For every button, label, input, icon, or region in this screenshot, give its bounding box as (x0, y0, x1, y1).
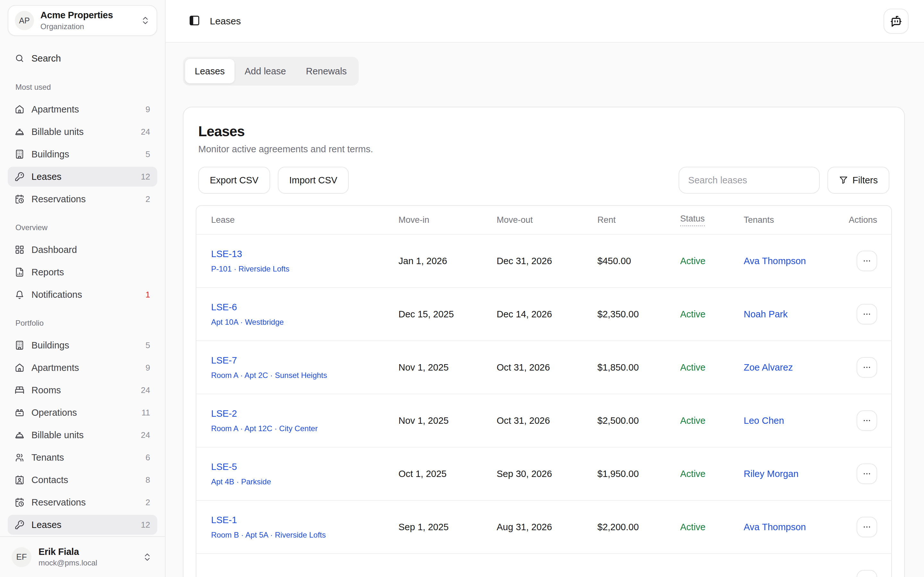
row-actions-button[interactable] (857, 304, 877, 324)
search-leases-input[interactable] (678, 167, 820, 193)
export-csv-button[interactable]: Export CSV (198, 167, 270, 193)
sidebar-item-buildings[interactable]: Buildings5 (8, 144, 157, 164)
bed-icon (15, 385, 24, 395)
sidebar-item-contacts[interactable]: Contacts8 (8, 470, 157, 490)
sidebar-item-leases[interactable]: Leases12 (8, 167, 157, 187)
users-icon (15, 453, 24, 462)
lease-id-link[interactable]: LSE-13 (211, 249, 242, 259)
sidebar-item-rooms[interactable]: Rooms24 (8, 380, 157, 400)
sidebar-item-tenants[interactable]: Tenants6 (8, 448, 157, 467)
sidebar-item-billable-units[interactable]: Billable units24 (8, 425, 157, 445)
cell-tenant[interactable]: Ava Thompson (744, 522, 846, 532)
building-icon (15, 340, 24, 350)
contact-icon (15, 475, 24, 485)
calendar-clock-icon (15, 194, 24, 204)
cell-actions (846, 357, 891, 378)
sidebar: AP Acme Properties Organization Search M… (0, 0, 166, 577)
cell-move-in: Nov 1, 2025 (399, 416, 497, 426)
ellipsis-icon (862, 309, 872, 319)
cell-tenant[interactable]: Leo Chen (744, 416, 846, 426)
sidebar-item-count: 24 (141, 385, 150, 395)
sidebar-item-label: Tenants (31, 452, 64, 463)
tab-leases[interactable]: Leases (185, 59, 234, 83)
lease-cell: LSE-2Room A · Apt 12C · City Center (196, 408, 399, 433)
sidebar-item-apartments[interactable]: Apartments9 (8, 99, 157, 119)
sidebar-item-label: Buildings (31, 149, 69, 160)
sidebar-item-notifications[interactable]: Notifications1 (8, 285, 157, 305)
row-actions-button[interactable] (857, 517, 877, 537)
cell-rent: $1,850.00 (598, 362, 680, 373)
sidebar-toggle-button[interactable] (188, 15, 201, 27)
nav-section-label-overview: Overview (8, 223, 157, 232)
lease-id-link[interactable]: LSE-6 (211, 302, 237, 313)
lease-cell: LSE-13P-101 · Riverside Lofts (196, 249, 399, 274)
cell-tenant[interactable]: Noah Park (744, 309, 846, 319)
file-chart-icon (15, 268, 24, 277)
sidebar-item-reservations[interactable]: Reservations2 (8, 189, 157, 209)
cell-tenant[interactable]: Zoe Alvarez (744, 362, 846, 373)
sidebar-item-reports[interactable]: Reports (8, 262, 157, 282)
sidebar-item-reservations[interactable]: Reservations2 (8, 492, 157, 512)
sidebar-item-leases[interactable]: Leases12 (8, 515, 157, 535)
lease-id-link[interactable]: LSE-2 (211, 408, 237, 419)
toy-brick-icon (15, 408, 24, 417)
status-header-tooltip-trigger[interactable]: Status (680, 214, 705, 226)
lease-unit-link[interactable]: Room B · Apt 5A · Riverside Lofts (211, 530, 326, 540)
row-actions-button[interactable] (857, 251, 877, 271)
cell-rent: $1,950.00 (598, 469, 680, 479)
table-row: LSE-3 (196, 553, 891, 577)
lease-unit-link[interactable]: P-101 · Riverside Lofts (211, 264, 289, 274)
table-row: LSE-1Room B · Apt 5A · Riverside LoftsSe… (196, 500, 891, 553)
sidebar-item-billable-units[interactable]: Billable units24 (8, 122, 157, 142)
cell-actions (846, 410, 891, 431)
row-actions-button[interactable] (857, 464, 877, 484)
user-menu[interactable]: EF Erik Fiala mock@pms.local (0, 536, 165, 577)
assistant-button[interactable] (884, 9, 909, 34)
cell-move-in: Oct 1, 2025 (399, 469, 497, 479)
table-row: LSE-7Room A · Apt 2C · Sunset HeightsNov… (196, 340, 891, 394)
org-info: Acme Properties Organization (40, 10, 134, 31)
sidebar-item-count: 2 (145, 498, 150, 508)
sidebar-item-operations[interactable]: Operations11 (8, 403, 157, 422)
cell-move-in: Sep 1, 2025 (399, 522, 497, 532)
lease-cell: LSE-3 (196, 575, 399, 577)
card-title: Leases (196, 123, 892, 139)
sidebar-item-label: Apartments (31, 363, 79, 373)
cell-actions (846, 304, 891, 324)
lease-id-link[interactable]: LSE-1 (211, 515, 237, 525)
import-csv-button[interactable]: Import CSV (278, 167, 349, 193)
house-icon (15, 105, 24, 114)
row-actions-button[interactable] (857, 357, 877, 378)
nav-section-label-portfolio: Portfolio (8, 319, 157, 327)
table-header-row: LeaseMove-inMove-outRentStatusTenantsAct… (196, 206, 891, 234)
row-actions-button[interactable] (857, 570, 877, 577)
lease-id-link[interactable]: LSE-5 (211, 462, 237, 472)
org-switcher[interactable]: AP Acme Properties Organization (8, 5, 157, 36)
sidebar-search-label: Search (31, 53, 61, 64)
tab-add-lease[interactable]: Add lease (235, 59, 296, 83)
lease-unit-link[interactable]: Apt 10A · Westbridge (211, 318, 284, 327)
sidebar-item-dashboard[interactable]: Dashboard (8, 240, 157, 259)
tab-renewals[interactable]: Renewals (296, 59, 357, 83)
chevrons-up-down-icon (142, 552, 152, 562)
cell-move-out: Aug 31, 2026 (497, 522, 598, 532)
filters-button[interactable]: Filters (827, 167, 889, 193)
lease-unit-link[interactable]: Room A · Apt 2C · Sunset Heights (211, 371, 327, 380)
sidebar-item-label: Apartments (31, 104, 79, 115)
page-title: Leases (210, 16, 241, 27)
column-header-tenants: Tenants (744, 215, 846, 225)
sidebar-item-apartments[interactable]: Apartments9 (8, 358, 157, 378)
lease-id-link[interactable]: LSE-3 (211, 575, 237, 577)
sidebar-item-buildings[interactable]: Buildings5 (8, 335, 157, 355)
lease-id-link[interactable]: LSE-7 (211, 355, 237, 366)
cell-tenant[interactable]: Riley Morgan (744, 469, 846, 479)
key-icon (15, 172, 24, 181)
row-actions-button[interactable] (857, 410, 877, 431)
sidebar-search[interactable]: Search (8, 48, 157, 69)
cell-move-in: Dec 15, 2025 (399, 309, 497, 319)
cell-tenant[interactable]: Ava Thompson (744, 256, 846, 266)
cell-rent: $2,500.00 (598, 416, 680, 426)
lease-unit-link[interactable]: Apt 4B · Parkside (211, 477, 271, 486)
lease-unit-link[interactable]: Room A · Apt 12C · City Center (211, 424, 318, 433)
table-row: LSE-13P-101 · Riverside LoftsJan 1, 2026… (196, 234, 891, 287)
